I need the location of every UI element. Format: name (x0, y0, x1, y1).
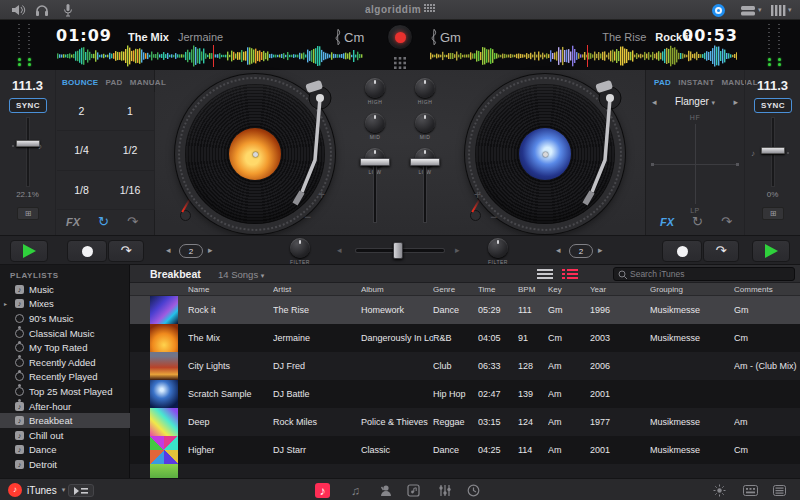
tab-singers[interactable] (378, 483, 393, 498)
deck-a-tempo-slider[interactable] (27, 118, 29, 186)
fx-toggle[interactable]: FX (66, 216, 80, 228)
sidebar-playlist-item[interactable]: ♪ My Top Rated (0, 340, 130, 355)
crossfade-left-arrow[interactable]: ◂ (337, 245, 342, 255)
queue-list-button[interactable] (772, 483, 787, 498)
deck-a-filter-knob[interactable] (290, 238, 310, 258)
deck-a-record-cue-button[interactable] (67, 240, 107, 262)
column-header[interactable]: BPM (518, 285, 548, 294)
channel-b-fader-handle[interactable] (410, 158, 440, 166)
column-header[interactable]: Album (361, 285, 433, 294)
channel-b-volume-fader[interactable] (424, 158, 426, 222)
deck-b-tempo-slider[interactable] (772, 118, 774, 186)
disclosure-triangle[interactable]: ▸ (4, 300, 7, 307)
track-row[interactable]: Rock it The Rise Homework Dance 05:29 11… (130, 296, 800, 324)
status-indicator[interactable] (712, 3, 725, 17)
deck-b-filter-knob[interactable] (488, 238, 508, 258)
tab-history[interactable] (466, 483, 481, 498)
tab-songs[interactable]: ♪ (315, 483, 330, 498)
sidebar-playlist-item[interactable]: ♪ Detroit (0, 457, 130, 472)
library-source-selector[interactable]: ♪ iTunes ▾ (8, 483, 65, 497)
tab-genres[interactable] (437, 483, 452, 498)
deck-b-sync-button[interactable]: SYNC (754, 98, 792, 113)
sidebar-playlist-item[interactable]: ♪ Chill out (0, 428, 130, 443)
column-header[interactable]: Artist (273, 285, 361, 294)
sidebar-playlist-item[interactable]: ♪ Music (0, 282, 130, 297)
deck-b-tempo-slider-handle[interactable] (761, 147, 785, 154)
effect-name[interactable]: Flanger ▾ (675, 96, 715, 107)
partial-track-row[interactable] (130, 464, 800, 478)
pitch-bend-minus[interactable]: − (490, 210, 497, 224)
pad-mode-tab[interactable]: BOUNCE (62, 78, 98, 87)
sidebar-playlist-item[interactable]: ♪ Top 25 Most Played (0, 384, 130, 399)
column-header[interactable]: Genre (433, 285, 478, 294)
track-row[interactable]: Scratch Sample DJ Battle Hip Hop 02:47 1… (130, 380, 800, 408)
channel-a-fader-handle[interactable] (360, 158, 390, 166)
column-header[interactable]: Key (548, 285, 590, 294)
deck-a-waveform[interactable] (57, 45, 363, 67)
song-count[interactable]: 14 Songs ▾ (218, 269, 264, 280)
grid-browser-toggle-icon[interactable] (394, 57, 406, 69)
keyboard-shortcuts-button[interactable] (743, 483, 758, 498)
track-row[interactable]: Deep Rock Miles Police & Thieves Reggae … (130, 408, 800, 436)
column-header[interactable]: Time (478, 285, 518, 294)
record-mix-button[interactable] (387, 24, 413, 50)
channel-a-volume-fader[interactable] (374, 158, 376, 222)
column-header[interactable]: Name (188, 285, 273, 294)
column-header[interactable]: Year (590, 285, 650, 294)
cue-jump-icon[interactable]: ↷ (127, 214, 138, 229)
deck-b-play-button[interactable] (752, 240, 790, 262)
column-header[interactable]: Comments (734, 285, 800, 294)
mixer-panel-selector[interactable]: ▾ (770, 3, 792, 17)
track-row[interactable]: Higher DJ Starr Classic Dance 04:25 114 … (130, 436, 800, 464)
column-header[interactable]: Grouping (650, 285, 734, 294)
deck-b-waveform[interactable] (430, 45, 737, 67)
deck-a-loop-halve-arrow[interactable]: ◂ (166, 245, 171, 255)
deck-a-tempo-slider-handle[interactable] (16, 140, 40, 147)
deck-a-cue-button[interactable]: ↷ (108, 240, 144, 262)
deck-b-keylock-button[interactable]: ⊞ (762, 207, 784, 220)
eq-knob[interactable] (415, 113, 435, 133)
list-view-toggle[interactable] (537, 269, 553, 279)
bounce-pad[interactable]: 1/16 (106, 171, 155, 210)
sidebar-playlist-item[interactable]: ♪ Dance (0, 443, 130, 458)
detail-view-toggle-active[interactable] (562, 269, 578, 279)
brightness-button[interactable] (712, 483, 727, 498)
deck-a-loop-double-arrow[interactable]: ▸ (208, 245, 213, 255)
view-mode-selector[interactable]: ▾ (740, 3, 762, 17)
sidebar-playlist-item[interactable]: ♪ 90's Music (0, 311, 130, 326)
bounce-pad[interactable]: 1/2 (106, 131, 155, 170)
deck-b-record-cue-button[interactable] (662, 240, 702, 262)
pad-mode-tab[interactable]: PAD (105, 78, 122, 87)
prev-effect-arrow[interactable]: ◂ (652, 97, 657, 107)
crossfade-right-arrow[interactable]: ▸ (455, 245, 460, 255)
sidebar-toggle-button[interactable] (68, 484, 94, 497)
sidebar-playlist-item[interactable]: ♪ Recently Played (0, 370, 130, 385)
crossfader-handle[interactable] (393, 242, 403, 259)
fx-mode-tab[interactable]: INSTANT (678, 78, 714, 87)
sidebar-playlist-item[interactable]: ♪ Breakbeat (0, 413, 130, 428)
pad-mode-tab[interactable]: MANUAL (130, 78, 166, 87)
bounce-pad[interactable]: 2 (57, 92, 106, 131)
deck-a-sync-button[interactable]: SYNC (9, 98, 47, 113)
pitch-bend-minus[interactable]: − (304, 210, 311, 224)
eq-knob[interactable] (365, 113, 385, 133)
search-input[interactable] (630, 268, 790, 280)
cue-jump-icon[interactable]: ↷ (721, 214, 732, 229)
eq-knob[interactable] (365, 78, 385, 98)
eq-knob[interactable] (415, 78, 435, 98)
track-row[interactable]: The Mix Jermaine Dangerously In Love R&B… (130, 324, 800, 352)
loop-toggle-icon[interactable]: ↻ (692, 214, 703, 229)
sidebar-playlist-item[interactable]: ♪ After-hour (0, 399, 130, 414)
deck-a-play-button[interactable] (10, 240, 48, 262)
tab-artists[interactable]: ♫ (348, 483, 363, 498)
deck-b-turntable[interactable] (465, 74, 625, 234)
bounce-pad[interactable]: 1/8 (57, 171, 106, 210)
next-effect-arrow[interactable]: ▸ (733, 97, 738, 107)
loop-toggle-icon[interactable]: ↻ (98, 214, 109, 229)
sidebar-playlist-item[interactable]: ♪ Classical Music (0, 326, 130, 341)
tab-albums[interactable] (406, 483, 421, 498)
fx-toggle[interactable]: FX (660, 216, 674, 228)
fx-mode-tab[interactable]: PAD (654, 78, 671, 87)
track-row[interactable]: City Lights DJ Fred Club 06:33 128 Am 20… (130, 352, 800, 380)
deck-a-loop-length[interactable]: 2 (179, 244, 203, 258)
